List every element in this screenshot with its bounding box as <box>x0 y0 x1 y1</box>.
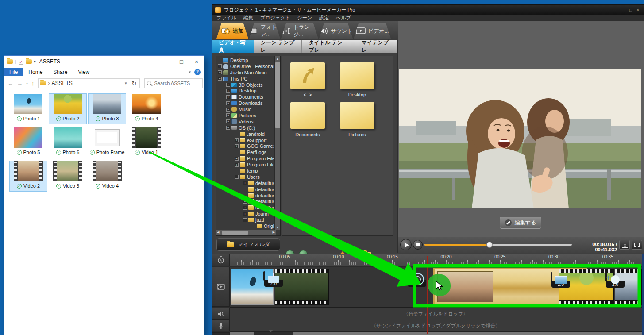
fullscreen-button[interactable] <box>632 240 642 250</box>
ribbon-tab-view[interactable]: View <box>73 68 95 76</box>
explorer-maximize-button[interactable]: □ <box>174 58 189 65</box>
file-item-photo-3[interactable]: ✓Photo 3 <box>88 93 126 124</box>
expand-icon[interactable]: + <box>243 200 247 204</box>
voice-track[interactable]: 〈サウンドファイルをドロップ／ダブルクリックで録音〉 <box>230 320 642 332</box>
tab-sound[interactable]: サウンド <box>319 23 353 39</box>
expand-icon[interactable]: + <box>226 89 230 93</box>
edit-button[interactable]: 編集する <box>500 217 541 229</box>
expand-icon[interactable]: + <box>235 163 239 167</box>
seek-knob[interactable] <box>486 242 493 248</box>
tree-item-defaultuser[interactable]: defaultuser <box>216 186 274 193</box>
tree-item-defaultuser[interactable]: +defaultuser <box>216 198 274 204</box>
timeline-scrollbar[interactable] <box>230 332 642 335</box>
transition-3[interactable]: 2.0 <box>551 273 571 288</box>
play-button[interactable] <box>400 239 412 250</box>
refresh-button[interactable]: ↻ <box>129 78 140 88</box>
new-folder-icon[interactable] <box>26 59 32 64</box>
explorer-close-button[interactable]: × <box>189 58 204 65</box>
tree-item-temp[interactable]: temp <box>216 168 274 174</box>
tree-item-defaultuser[interactable]: +defaultuser <box>216 180 274 186</box>
collapse-icon[interactable]: − <box>243 218 247 222</box>
expand-icon[interactable]: + <box>235 157 239 161</box>
scroll-down-icon[interactable]: ▼ <box>275 226 280 229</box>
collapse-icon[interactable]: − <box>235 175 239 179</box>
tree-item-downloads[interactable]: +Downloads <box>216 100 274 106</box>
timeline-scroll-thumb[interactable] <box>254 332 293 335</box>
tree-vscroll-thumb[interactable] <box>275 62 281 128</box>
tree-item-joann[interactable]: +Joann <box>216 211 274 217</box>
snapshot-button[interactable] <box>619 240 630 250</box>
tree-item-documents[interactable]: +Documents <box>216 94 274 100</box>
up-icon[interactable]: ↑ <box>31 80 35 87</box>
tree-item-users[interactable]: −Users <box>216 174 274 180</box>
search-input[interactable] <box>154 80 200 86</box>
expand-icon[interactable]: + <box>226 101 230 105</box>
tab-transition[interactable]: トランジ... <box>281 23 318 39</box>
scroll-up-icon[interactable]: ▲ <box>275 57 280 60</box>
expand-icon[interactable]: + <box>243 181 247 185</box>
file-item-photo-frame[interactable]: ✓Photo Frame <box>88 127 126 158</box>
menu-edit[interactable]: 編集 <box>243 15 253 21</box>
file-item-photo-5[interactable]: ✓Photo 5 <box>9 127 47 158</box>
tab-photo-album[interactable]: フォトア... <box>249 23 280 39</box>
tab-video[interactable]: ビデオ... <box>354 23 391 39</box>
tree-item-esupport[interactable]: +eSupport <box>216 137 274 143</box>
collapse-icon[interactable]: − <box>226 126 230 130</box>
app-titlebar[interactable]: プロジェクト 1 - キネマージュ・ザ・ムービーメーカー Pro _ □ × <box>212 5 644 15</box>
file-item-video-2[interactable]: ✓Video 2 <box>9 161 47 192</box>
expand-icon[interactable]: + <box>226 83 230 87</box>
explorer-minimize-button[interactable]: − <box>159 58 174 65</box>
menu-project[interactable]: プロジェクト <box>260 15 290 21</box>
expand-icon[interactable]: + <box>226 95 230 99</box>
file-item-video-1[interactable]: ✓Video 1 <box>127 127 166 158</box>
tree-item-program-files[interactable]: +Program Files <box>216 162 274 168</box>
collapse-icon[interactable]: − <box>218 77 222 81</box>
tree-item-gog-games[interactable]: +GOG Games <box>216 143 274 149</box>
expand-icon[interactable]: + <box>235 138 239 142</box>
expand-icon[interactable]: + <box>235 144 239 148</box>
file-item-video-3[interactable]: ✓Video 3 <box>49 161 87 192</box>
file-item-photo-1[interactable]: ✓Photo 1 <box>9 93 47 124</box>
tree-item-os-c-[interactable]: −OS (C:) <box>216 125 274 131</box>
back-icon[interactable]: ← <box>8 80 13 87</box>
tree-item-music[interactable]: +Music <box>216 106 274 112</box>
tree-item-desktop[interactable]: Desktop <box>216 57 274 63</box>
explorer-titlebar[interactable]: | ▾ ASSETS − □ × <box>4 56 204 67</box>
subtab-video-photo[interactable]: ビデオ・写真 <box>212 40 254 53</box>
tree-item-juztin-mari-alinio[interactable]: +Juztin Mari Alinio <box>216 69 274 76</box>
address-box[interactable]: › ASSETS ▾ <box>38 78 129 88</box>
expand-icon[interactable]: + <box>218 64 222 68</box>
recent-chevron-icon[interactable]: ▾ <box>26 81 28 85</box>
tree-horizontal-scrollbar[interactable]: ◀ ▶ <box>216 230 276 235</box>
properties-icon[interactable] <box>19 59 23 65</box>
expand-icon[interactable]: + <box>243 206 247 210</box>
file-item-photo-4[interactable]: ✓Photo 4 <box>127 93 166 124</box>
tree-item-program-files[interactable]: +Program Files <box>216 155 274 162</box>
music-track[interactable]: 〈音楽ファイルをドロップ〉 <box>230 308 642 320</box>
tree-item-desktop[interactable]: +Desktop <box>216 88 274 94</box>
transition-2[interactable]: 2.0 <box>407 272 427 287</box>
seek-bar[interactable] <box>424 244 572 246</box>
expand-icon[interactable]: + <box>226 108 230 112</box>
menu-settings[interactable]: 設定 <box>319 15 329 21</box>
app-maximize-button[interactable]: □ <box>629 8 632 12</box>
app-minimize-button[interactable]: _ <box>623 8 625 12</box>
tree-item-onedrive-personal[interactable]: +OneDrive - Personal <box>216 63 274 69</box>
app-close-button[interactable]: × <box>636 8 639 12</box>
tree-item-origin[interactable]: Origin <box>216 223 274 229</box>
library-folder-desktop[interactable]: Desktop <box>340 62 374 97</box>
my-folder-button[interactable]: マイフォルダ <box>216 238 280 251</box>
menu-help[interactable]: ヘルプ <box>336 15 351 21</box>
tree-item-this-pc[interactable]: −This PC <box>216 76 274 82</box>
menu-scene[interactable]: シーン <box>297 15 312 21</box>
tree-item-defaultuser[interactable]: defaultuser <box>216 193 274 199</box>
quick-access-chevron-icon[interactable]: ▾ <box>34 60 36 64</box>
ribbon-collapse-icon[interactable]: ▾ <box>189 70 191 74</box>
library-folder-pictures[interactable]: Pictures <box>340 102 374 137</box>
subtab-title-template[interactable]: タイトル テンプレ <box>301 40 355 53</box>
address-dropdown-icon[interactable]: ▾ <box>125 81 129 85</box>
transition-4[interactable]: 2.0 <box>605 273 625 288</box>
search-box[interactable] <box>144 78 203 88</box>
menu-file[interactable]: ファイル <box>216 15 236 21</box>
scroll-right-icon[interactable]: ▶ <box>273 231 275 234</box>
